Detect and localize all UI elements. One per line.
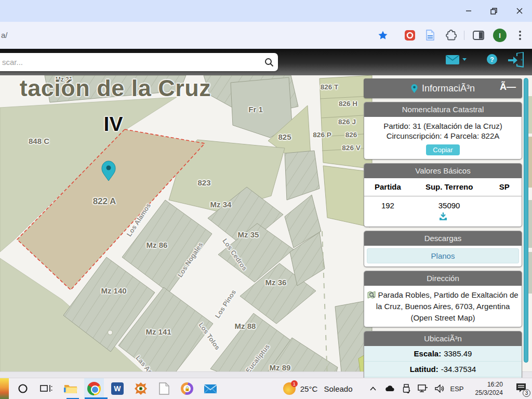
partido-line: Partido: 31 (Exaltación de la Cruz) (367, 122, 518, 130)
search-icon[interactable] (260, 58, 278, 67)
onedrive-cloud-icon[interactable] (384, 383, 395, 394)
direccion-text: Parada Robles, Partido de Exaltación de … (376, 290, 518, 322)
col-sp: SP (487, 178, 522, 196)
clock[interactable]: 16:20 25/3/2024 (475, 380, 503, 397)
bookmark-star-icon[interactable] (376, 29, 390, 42)
extension-doc-icon[interactable] (423, 29, 437, 42)
browser-menu-icon[interactable] (513, 29, 527, 42)
weather-badge: 1 (291, 380, 298, 387)
panel-title: InformaciÃ³n (422, 83, 475, 94)
url-text[interactable]: a/ (1, 31, 8, 39)
chrome-button[interactable] (84, 378, 104, 399)
browser-tabstrip (0, 0, 532, 22)
usb-device-icon[interactable] (401, 383, 412, 394)
planos-button[interactable]: Planos (367, 248, 519, 263)
document-app-button[interactable] (154, 378, 174, 399)
search-input[interactable] (0, 58, 260, 66)
screen: a/ I ? (0, 0, 532, 399)
eye-app-button[interactable] (130, 378, 151, 399)
close-icon[interactable] (512, 4, 527, 18)
clock-date: 25/3/2024 (475, 389, 503, 396)
word-button[interactable]: W (107, 378, 127, 399)
notification-count: 3 (523, 389, 530, 397)
cortana-button[interactable] (13, 378, 33, 399)
valores-table: Partida Sup. Terreno SP 192 35090 (364, 178, 522, 211)
download-values-button[interactable] (364, 211, 522, 227)
panel-scrollbar[interactable] (524, 78, 528, 363)
word-icon: W (111, 382, 124, 395)
val-sp (487, 196, 522, 211)
action-center-button[interactable]: 3 (515, 382, 527, 395)
col-partida: Partida (364, 178, 411, 196)
system-tray: ESP 16:20 25/3/2024 3 (367, 380, 532, 397)
card-direccion: Dirección Parada Robles, Partido de Exal… (364, 271, 522, 327)
nomenclatura-header: Nomenclatura Catastral (364, 102, 522, 117)
info-panel: InformaciÃ³n Ã— Nomenclatura Catastral P… (364, 78, 522, 393)
mail-app-button[interactable] (201, 378, 221, 399)
svg-text:?: ? (490, 56, 494, 63)
extension-red-icon[interactable] (403, 29, 417, 42)
side-panel-icon[interactable] (472, 29, 485, 42)
app-toolbar: ? (0, 49, 532, 75)
profile-avatar[interactable]: I (493, 29, 507, 42)
direccion-header: Dirección (364, 271, 522, 286)
weather-desc: Soleado (324, 384, 352, 393)
col-sup-terreno: Sup. Terreno (411, 178, 487, 196)
tray-chevron-icon[interactable] (367, 383, 379, 394)
network-icon[interactable] (417, 383, 429, 394)
chrome-icon (87, 382, 101, 395)
mail-icon[interactable] (446, 54, 468, 65)
val-sup-terreno: 35090 (411, 196, 487, 211)
card-valores: Valores Básicos Partida Sup. Terreno SP … (364, 163, 522, 227)
lock-ring-icon: 🔒 (181, 382, 193, 395)
weather-temp: 25°C (300, 384, 318, 393)
help-icon[interactable]: ? (486, 54, 498, 65)
file-explorer-button[interactable] (61, 378, 81, 399)
valores-header: Valores Básicos (364, 164, 522, 178)
speaker-icon[interactable] (434, 383, 445, 394)
val-partida: 192 (364, 196, 411, 211)
weather-widget[interactable]: 1 25°C Soleado (283, 382, 353, 395)
escala-row: Escala:3385.49 (364, 346, 522, 362)
extensions-puzzle-icon[interactable] (444, 29, 458, 42)
taskbar: W 🔒 1 25°C Soleado (0, 378, 532, 399)
start-tulip-image[interactable] (0, 378, 9, 399)
pin-icon (411, 84, 418, 94)
ubicacion-header: UbicaciÃ³n (364, 331, 522, 346)
minimize-icon[interactable] (461, 4, 476, 18)
restore-icon[interactable] (486, 4, 501, 18)
clock-time: 16:20 (487, 381, 503, 388)
latitud-row: Latitud:-34.37534 (364, 362, 522, 377)
task-view-button[interactable] (36, 378, 57, 399)
circunscripcion-line: Circunscripción: 4 Parcela: 822A (367, 131, 518, 140)
card-nomenclatura: Nomenclatura Catastral Partido: 31 (Exal… (364, 102, 522, 159)
lock-ring-app-button[interactable]: 🔒 (177, 378, 197, 399)
descargas-header: Descargas (364, 231, 522, 246)
weather-sun-icon: 1 (283, 382, 296, 395)
card-descargas: Descargas Planos (364, 231, 522, 267)
browser-toolbar: a/ I (0, 22, 532, 49)
panel-close-button[interactable]: Ã— (500, 82, 516, 92)
map-search-icon (367, 291, 376, 299)
search-box (0, 53, 278, 71)
toolbar-separator (464, 31, 464, 40)
logout-door-icon[interactable] (507, 51, 525, 68)
copy-button[interactable]: Copiar (426, 144, 459, 155)
info-panel-header: InformaciÃ³n Ã— (364, 78, 522, 98)
language-indicator[interactable]: ESP (450, 385, 464, 393)
